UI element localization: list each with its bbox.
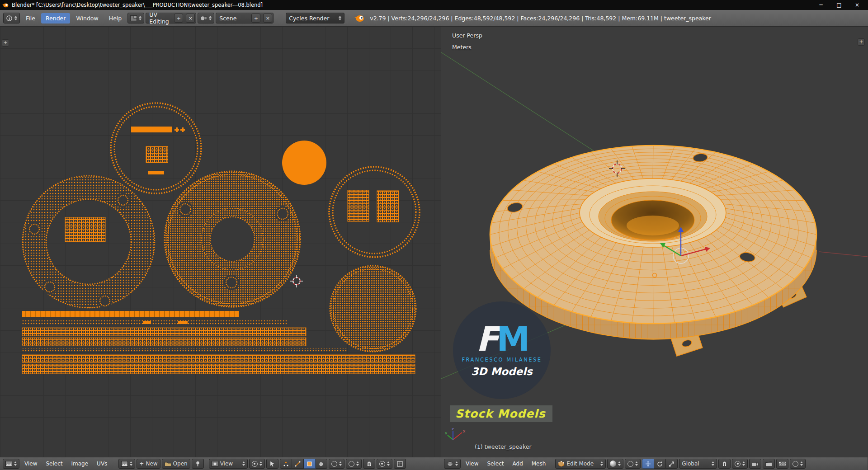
menu-window[interactable]: Window	[71, 13, 103, 24]
layers-widget[interactable]	[776, 459, 788, 469]
new-image-button[interactable]: + New	[137, 459, 160, 469]
translate-icon	[645, 461, 651, 467]
scene-value: Scene	[219, 15, 249, 22]
uv-menu-image[interactable]: Image	[68, 459, 92, 468]
window-controls: ─ □ ×	[812, 0, 866, 10]
pivot-dropdown[interactable]	[249, 459, 265, 469]
editor-type-selector-uv[interactable]	[3, 459, 19, 469]
menu-render[interactable]: Render	[41, 13, 71, 24]
select-island-button[interactable]	[316, 459, 327, 469]
uv-2d-cursor[interactable]	[290, 275, 303, 287]
screen-layout-icon	[130, 15, 137, 21]
render-opengl-button[interactable]	[749, 459, 761, 469]
uv-island-middle-disc[interactable]	[165, 171, 300, 307]
snap-toggle-3d[interactable]	[718, 459, 731, 469]
uv-menu-view[interactable]: View	[21, 459, 41, 468]
workspace: + View Select Image UVs	[0, 27, 868, 470]
uv-sync-selection-toggle[interactable]	[266, 459, 278, 469]
island-select-icon	[318, 461, 325, 467]
pin-image-button[interactable]	[192, 459, 204, 469]
vp-menu-view[interactable]: View	[462, 459, 482, 468]
layers-icon	[779, 461, 786, 467]
editor-type-selector-3d[interactable]	[444, 459, 461, 469]
scene-statistics: v2.79 | Verts:24,296/24,296 | Edges:48,5…	[370, 15, 711, 22]
snap-element-dropdown[interactable]	[732, 459, 748, 469]
pivot-icon	[252, 461, 258, 467]
rotate-icon	[656, 461, 663, 467]
folder-icon	[165, 461, 171, 467]
region-expand-icon[interactable]: +	[858, 38, 865, 46]
watermark-3dmodels: 3D Models	[471, 366, 532, 377]
uv-draw-options-button[interactable]	[394, 459, 406, 469]
snap-toggle[interactable]	[363, 459, 375, 469]
viewport-3d-canvas[interactable]: User Persp Meters FM FRANCESCO MILANESE …	[441, 27, 868, 457]
uv-canvas[interactable]	[0, 27, 441, 457]
uv-island-right-disc[interactable]	[330, 266, 416, 352]
delete-layout-button[interactable]: ×	[186, 14, 195, 23]
minimize-button[interactable]: ─	[812, 0, 830, 10]
uv-menu-uvs[interactable]: UVs	[93, 459, 111, 468]
scene-field[interactable]: Scene + ×	[216, 13, 274, 24]
menu-file[interactable]: File	[21, 13, 40, 24]
maximize-button[interactable]: □	[830, 0, 848, 10]
axis-y-label: y	[445, 431, 448, 435]
window-titlebar: Blender* [C:\Users\franc\Desktop\tweeter…	[0, 0, 868, 10]
image-browse-button[interactable]	[118, 459, 135, 469]
stepper-icon	[455, 461, 458, 466]
scene-browse-button[interactable]	[198, 13, 214, 24]
stepper-icon	[259, 461, 262, 466]
manipulator-scale-button[interactable]	[666, 459, 678, 469]
proportional-edit-3d-dropdown[interactable]	[625, 459, 641, 469]
watermark-stock-models: Stock Models	[450, 405, 552, 422]
vp-menu-add[interactable]: Add	[509, 459, 527, 468]
uv-island-top-ring[interactable]	[111, 103, 201, 193]
select-edge-button[interactable]	[292, 459, 304, 469]
open-image-button[interactable]: Open	[162, 459, 190, 469]
manipulator-rotate-button[interactable]	[654, 459, 666, 469]
active-object-label: (1) tweeter_speaker	[475, 443, 532, 450]
uv-island-right-ring[interactable]	[329, 167, 420, 257]
face-select-icon	[306, 461, 313, 467]
snap-element-icon	[735, 461, 741, 467]
vp-menu-mesh[interactable]: Mesh	[528, 459, 550, 468]
draw-options-icon	[396, 461, 403, 467]
select-face-button[interactable]	[304, 459, 316, 469]
render-opengl-anim-button[interactable]	[763, 459, 775, 469]
proportional-edit-dropdown[interactable]	[346, 459, 362, 469]
manipulator-translate-button[interactable]	[642, 459, 654, 469]
stepper-icon	[387, 461, 390, 466]
screen-layout-field[interactable]: UV Editing + ×	[146, 13, 196, 24]
shading-sphere-icon	[610, 461, 616, 467]
stepper-icon	[600, 461, 603, 466]
add-scene-button[interactable]: +	[251, 14, 260, 23]
blender-logo-icon	[2, 2, 9, 8]
interaction-mode-dropdown[interactable]: Edit Mode	[555, 459, 606, 469]
uv-editor-region: + View Select Image UVs	[0, 27, 441, 470]
uv-menu-select[interactable]: Select	[42, 459, 66, 468]
stepper-icon	[339, 461, 342, 466]
stepper-icon	[635, 461, 638, 466]
proportional-falloff-dropdown[interactable]	[790, 459, 806, 469]
region-expand-icon[interactable]: +	[2, 39, 9, 47]
viewport-shading-dropdown[interactable]	[607, 459, 623, 469]
uv-island-solid-circle[interactable]	[282, 141, 326, 185]
transform-orientation-dropdown[interactable]: Global	[679, 459, 717, 469]
snap-target-dropdown[interactable]	[377, 459, 392, 469]
add-layout-button[interactable]: +	[174, 14, 183, 23]
render-engine-dropdown[interactable]: Cycles Render	[286, 13, 344, 24]
screen-layout-browse-button[interactable]	[127, 13, 144, 24]
sticky-selection-dropdown[interactable]	[329, 459, 344, 469]
select-vertex-button[interactable]	[280, 459, 292, 469]
sticky-icon	[331, 461, 337, 467]
menu-help[interactable]: Help	[104, 13, 127, 24]
viewport-3d-region: User Persp Meters FM FRANCESCO MILANESE …	[441, 27, 868, 470]
editor-type-selector-info[interactable]	[3, 13, 20, 24]
vp-menu-select[interactable]: Select	[483, 459, 507, 468]
delete-scene-button[interactable]: ×	[263, 14, 272, 23]
close-button[interactable]: ×	[848, 0, 866, 10]
uv-island-left-ring[interactable]	[23, 176, 155, 308]
view-mode-icon	[212, 461, 218, 467]
editor-mode-dropdown[interactable]: View	[209, 459, 248, 469]
uv-islands-canvas[interactable]	[0, 27, 441, 457]
vertex-select-icon	[283, 461, 289, 467]
